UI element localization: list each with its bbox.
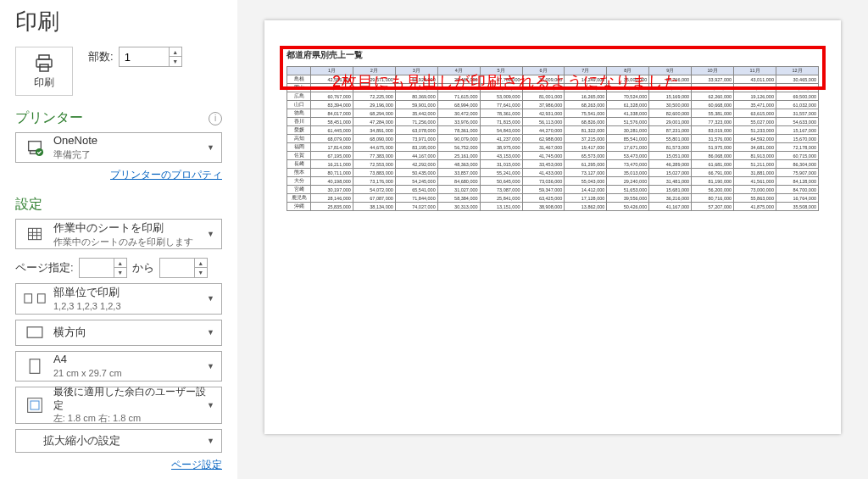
page-to-spinner[interactable]: ▲▼ [159, 258, 208, 278]
print-row: 印刷 部数: ▲ ▼ [15, 47, 222, 96]
copies-input[interactable] [120, 47, 169, 66]
table-row: 徳島84,017,00068,294,00035,442,00030,472,0… [287, 109, 819, 118]
chevron-down-icon: ▼ [207, 328, 214, 337]
printer-icon [32, 53, 56, 74]
printer-dropdown[interactable]: OneNote 準備完了 ▼ [15, 132, 222, 163]
print-button-label: 印刷 [34, 75, 54, 90]
svg-rect-12 [37, 294, 45, 303]
printer-status: 準備完了 [53, 148, 97, 160]
page-range-label: ページ指定: [15, 260, 74, 276]
table-row: 山口83,394,00029,196,00059,901,00068,994,0… [287, 101, 819, 109]
svg-rect-16 [31, 401, 39, 409]
spinner-up[interactable]: ▲ [114, 259, 126, 268]
page-from-spinner[interactable]: ▲▼ [79, 258, 127, 278]
collate-dropdown[interactable]: 部単位で印刷 1,2,3 1,2,3 1,2,3 ▼ [15, 283, 222, 314]
chevron-down-icon: ▼ [207, 294, 214, 303]
printer-status-icon [23, 138, 47, 157]
collate-icon [23, 291, 47, 306]
table-row: 広島60,767,00072,225,00080,369,00071,615,0… [287, 92, 819, 101]
svg-rect-14 [30, 359, 40, 374]
print-preview-area: 都道府県別売上一覧 1月2月3月4月5月6月7月8月9月10月11月12月 島根… [237, 0, 868, 479]
scaling-dropdown[interactable]: 拡大縮小の設定 ▼ [15, 429, 222, 453]
margins-dropdown[interactable]: 最後に適用した余白のユーザー設定 左: 1.8 cm 右: 1.8 cm ▼ [15, 387, 222, 424]
table-row: 大分40,198,00073,176,00054,245,00084,680,0… [287, 177, 819, 186]
chevron-down-icon: ▼ [207, 401, 214, 409]
printer-properties-link[interactable]: プリンターのプロパティ [110, 169, 222, 181]
svg-rect-1 [36, 59, 52, 67]
page-title: 印刷 [15, 7, 222, 36]
print-button[interactable]: 印刷 [15, 47, 73, 96]
print-what-sub: 作業中のシートのみを印刷します [53, 236, 193, 248]
chevron-down-icon: ▼ [207, 437, 214, 445]
orientation-dropdown[interactable]: 横方向 ▼ [15, 320, 222, 346]
scaling-main: 拡大縮小の設定 [43, 434, 120, 448]
collate-sub: 1,2,3 1,2,3 1,2,3 [53, 300, 121, 312]
margins-sub: 左: 1.8 cm 右: 1.8 cm [53, 412, 214, 424]
table-row: 熊本80,711,00073,883,00050,435,00033,857,0… [287, 169, 819, 177]
printer-name: OneNote [53, 134, 97, 148]
orientation-main: 横方向 [53, 326, 86, 340]
copies-control: 部数: ▲ ▼ [88, 47, 182, 67]
svg-rect-15 [28, 398, 42, 413]
svg-rect-6 [29, 229, 42, 240]
page-setup-link[interactable]: ページ設定 [171, 459, 222, 471]
print-settings-panel: 印刷 印刷 部数: ▲ ▼ プリンター i OneNote [0, 0, 237, 479]
spinner-up[interactable]: ▲ [170, 47, 181, 57]
table-row: 佐賀67,195,00077,383,00044,167,00025,161,0… [287, 152, 819, 160]
chevron-down-icon: ▼ [207, 143, 214, 152]
printer-section-title: プリンター [15, 109, 83, 127]
table-row: 沖縄25,835,00038,134,00074,027,00030,313,0… [287, 203, 819, 211]
print-what-dropdown[interactable]: 作業中のシートを印刷 作業中のシートのみを印刷します ▼ [15, 219, 222, 249]
spinner-up[interactable]: ▲ [195, 259, 207, 268]
spinner-down[interactable]: ▼ [195, 268, 207, 277]
table-row: 福岡17,814,00044,675,00083,195,00056,752,0… [287, 143, 819, 152]
sheets-icon [23, 226, 47, 242]
table-row: 岡山30,290,00077,888,00043,542,00061,222,0… [287, 84, 819, 92]
table-row: 長崎16,211,00072,553,00042,292,00048,363,0… [287, 160, 819, 169]
table-row: 島根42,586,00029,571,00053,928,00025,467,0… [287, 75, 819, 84]
paper-size-sub: 21 cm x 29.7 cm [53, 367, 122, 379]
page-range-to-label: から [132, 260, 154, 276]
collate-main: 部単位で印刷 [53, 286, 121, 300]
preview-table: 1月2月3月4月5月6月7月8月9月10月11月12月 島根42,586,000… [287, 66, 819, 211]
spinner-down[interactable]: ▼ [170, 57, 181, 66]
table-row: 愛媛61,445,00034,891,00063,078,00078,361,0… [287, 126, 819, 135]
copies-label: 部数: [88, 49, 114, 64]
page-to-input[interactable] [160, 259, 194, 277]
landscape-icon [23, 326, 47, 339]
sheet-title: 都道府県別売上一覧 [287, 49, 819, 61]
table-row: 宮崎30,197,00054,072,00065,541,00031,027,0… [287, 186, 819, 194]
spinner-down[interactable]: ▼ [114, 268, 126, 277]
svg-rect-11 [25, 294, 32, 303]
info-icon[interactable]: i [209, 112, 222, 125]
page-range-row: ページ指定: ▲▼ から ▲▼ [15, 258, 222, 278]
margins-main: 最後に適用した余白のユーザー設定 [53, 386, 214, 412]
printer-section-header: プリンター i [15, 109, 222, 127]
preview-page: 都道府県別売上一覧 1月2月3月4月5月6月7月8月9月10月11月12月 島根… [264, 20, 841, 434]
table-row: 高知68,079,00068,090,00073,971,00090,079,0… [287, 135, 819, 143]
paper-size-main: A4 [53, 353, 122, 367]
table-row: 鹿児島28,146,00067,087,00071,844,00058,384,… [287, 194, 819, 203]
settings-section-header: 設定 [15, 196, 222, 214]
chevron-down-icon: ▼ [207, 230, 214, 238]
table-row: 香川58,451,00047,284,00071,256,00033,976,0… [287, 118, 819, 126]
svg-rect-2 [40, 64, 48, 71]
settings-section-title: 設定 [15, 196, 42, 214]
copies-spinner[interactable]: ▲ ▼ [119, 47, 182, 67]
chevron-down-icon: ▼ [207, 362, 214, 370]
spinner-arrows: ▲ ▼ [169, 47, 181, 66]
svg-rect-13 [27, 327, 42, 337]
margins-icon [23, 397, 47, 414]
page-icon [23, 358, 47, 375]
page-from-input[interactable] [80, 259, 114, 277]
print-what-main: 作業中のシートを印刷 [53, 221, 193, 236]
paper-size-dropdown[interactable]: A4 21 cm x 29.7 cm ▼ [15, 351, 222, 382]
